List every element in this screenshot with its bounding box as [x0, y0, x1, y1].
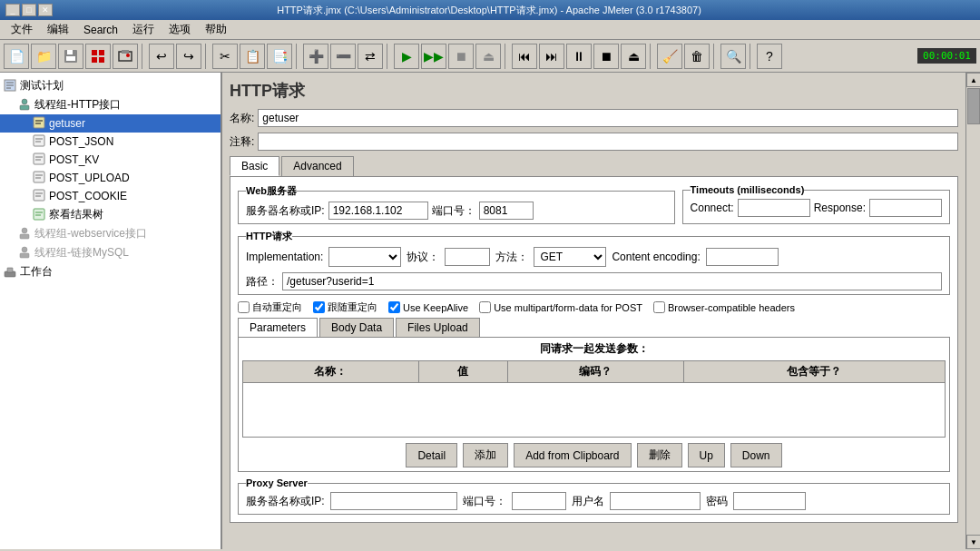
tree-node-workbench[interactable]: 工作台 — [0, 262, 220, 281]
proxy-server-input[interactable] — [330, 492, 457, 510]
add-from-clipboard-button[interactable]: Add from Clipboard — [514, 443, 631, 467]
checkbox-keepalive[interactable]: Use KeepAlive — [388, 301, 468, 313]
proxy-port-input[interactable] — [512, 492, 566, 510]
menu-run[interactable]: 运行 — [125, 20, 162, 39]
auto-redirect-checkbox[interactable] — [238, 301, 250, 313]
scroll-up-button[interactable]: ▲ — [966, 73, 980, 87]
result-tree-icon — [33, 208, 45, 222]
port-input[interactable] — [479, 202, 534, 220]
remote-stop-all-button[interactable]: ⏹ — [593, 44, 619, 69]
shutdown-button[interactable]: ⏏ — [475, 44, 501, 69]
comment-input[interactable] — [258, 133, 958, 151]
tree-node-post-json[interactable]: POST_JSON — [0, 133, 220, 151]
thread-group-icon — [18, 98, 31, 113]
http-request-fieldset: HTTP请求 Implementation: 协议： 方法： GET POST … — [238, 230, 950, 295]
post-json-icon — [33, 134, 45, 149]
proxy-username-input[interactable] — [610, 492, 701, 510]
sub-tab-body-data[interactable]: Body Data — [319, 318, 394, 337]
proxy-username-label: 用户名 — [572, 494, 604, 509]
open-button[interactable]: 📁 — [31, 44, 56, 69]
start-button[interactable]: ▶ — [394, 44, 419, 69]
remote-exit-button[interactable]: ⏏ — [621, 44, 646, 69]
tree-node-post-cookie[interactable]: POST_COOKIE — [0, 187, 220, 205]
start-nopause-button[interactable]: ▶▶ — [421, 44, 446, 69]
tree-node-test-plan[interactable]: 测试计划 — [0, 76, 220, 95]
remote-stop-button[interactable]: ⏸ — [566, 44, 592, 69]
find-button[interactable]: 🔍 — [720, 44, 746, 69]
new-button[interactable]: 📄 — [4, 44, 29, 69]
tree-node-post-kv[interactable]: POST_KV — [0, 151, 220, 169]
tab-advanced[interactable]: Advanced — [281, 156, 353, 176]
keepalive-checkbox[interactable] — [388, 301, 400, 313]
checkbox-follow-redirect[interactable]: 跟随重定向 — [313, 300, 377, 314]
checkbox-multipart[interactable]: Use multipart/form-data for POST — [479, 301, 642, 313]
response-input[interactable] — [869, 199, 942, 217]
menu-file[interactable]: 文件 — [4, 20, 40, 39]
proxy-legend: Proxy Server — [246, 477, 308, 488]
table-title: 同请求一起发送参数： — [242, 341, 946, 357]
path-input[interactable] — [282, 272, 942, 290]
toggle-button[interactable]: ⇄ — [358, 44, 383, 69]
restore-button[interactable]: □ — [22, 4, 36, 16]
clear-button[interactable]: 🧹 — [657, 44, 682, 69]
implementation-select[interactable] — [328, 247, 401, 267]
menu-help[interactable]: 帮助 — [198, 20, 234, 39]
scroll-down-button[interactable]: ▼ — [966, 535, 980, 549]
multipart-checkbox[interactable] — [479, 301, 491, 313]
empty-row — [243, 383, 946, 438]
cut-button[interactable]: ✂ — [212, 44, 238, 69]
timeouts-legend: Timeouts (milliseconds) — [691, 184, 805, 195]
protocol-input[interactable] — [445, 248, 490, 266]
paste-button[interactable]: 📑 — [267, 44, 292, 69]
server-ip-input[interactable] — [328, 202, 428, 220]
templates-button[interactable] — [85, 44, 111, 69]
name-input[interactable] — [258, 109, 958, 127]
tree-node-post-upload[interactable]: POST_UPLOAD — [0, 169, 220, 187]
connect-input[interactable] — [738, 199, 810, 217]
svg-rect-8 — [122, 50, 129, 54]
down-button[interactable]: Down — [730, 443, 782, 467]
remote-start-button[interactable]: ⏮ — [512, 44, 537, 69]
remote-start-all-button[interactable]: ⏭ — [539, 44, 564, 69]
menu-search[interactable]: Search — [76, 22, 125, 38]
clear-all-button[interactable]: 🗑 — [684, 44, 710, 69]
checkbox-browser-headers[interactable]: Browser-compatible headers — [653, 301, 795, 313]
menu-edit[interactable]: 编辑 — [40, 20, 76, 39]
tree-node-result-tree[interactable]: 察看结果树 — [0, 205, 220, 224]
follow-redirect-checkbox[interactable] — [313, 301, 325, 313]
toolbar: 📄 📁 ↩ ↪ ✂ 📋 📑 ➕ ➖ ⇄ ▶ ▶▶ ⏹ ⏏ ⏮ ⏭ ⏸ ⏹ ⏏ 🧹 — [0, 40, 980, 73]
undo-button[interactable]: ↩ — [149, 44, 174, 69]
tree-node-thread-group-http[interactable]: 线程组-HTTP接口 — [0, 95, 220, 114]
proxy-password-label: 密码 — [706, 494, 728, 509]
tab-basic[interactable]: Basic — [230, 156, 279, 176]
title-text: HTTP请求.jmx (C:\Users\Administrator\Deskt… — [53, 4, 926, 17]
sub-tab-parameters[interactable]: Parameters — [238, 318, 318, 337]
svg-rect-3 — [92, 50, 97, 55]
add-button[interactable]: 添加 — [463, 443, 508, 467]
scroll-track[interactable] — [966, 87, 980, 535]
stop-button[interactable]: ⏹ — [448, 44, 474, 69]
save-image-button[interactable] — [113, 44, 138, 69]
close-button[interactable]: ✕ — [38, 4, 53, 16]
collapse-button[interactable]: ➖ — [330, 44, 356, 69]
tree-node-thread-group-webservice[interactable]: 线程组-webservice接口 — [0, 224, 220, 243]
tree-node-thread-group-mysql[interactable]: 线程组-链接MySQL — [0, 243, 220, 262]
checkbox-auto-redirect[interactable]: 自动重定向 — [238, 300, 302, 314]
method-select[interactable]: GET POST PUT DELETE — [534, 247, 606, 267]
save-button[interactable] — [58, 44, 83, 69]
up-button[interactable]: Up — [688, 443, 725, 467]
scroll-thumb[interactable] — [967, 88, 980, 124]
encoding-input[interactable] — [706, 248, 779, 266]
expand-button[interactable]: ➕ — [303, 44, 328, 69]
copy-button[interactable]: 📋 — [240, 44, 265, 69]
redo-button[interactable]: ↪ — [176, 44, 201, 69]
minimize-button[interactable]: _ — [5, 4, 20, 16]
sub-tab-files-upload[interactable]: Files Upload — [396, 318, 480, 337]
delete-button[interactable]: 删除 — [637, 443, 682, 467]
detail-button[interactable]: Detail — [406, 443, 457, 467]
menu-options[interactable]: 选项 — [162, 20, 198, 39]
proxy-password-input[interactable] — [733, 492, 806, 510]
browser-headers-checkbox[interactable] — [653, 301, 665, 313]
tree-node-getuser[interactable]: getuser — [0, 114, 220, 133]
help-button[interactable]: ? — [757, 44, 782, 69]
